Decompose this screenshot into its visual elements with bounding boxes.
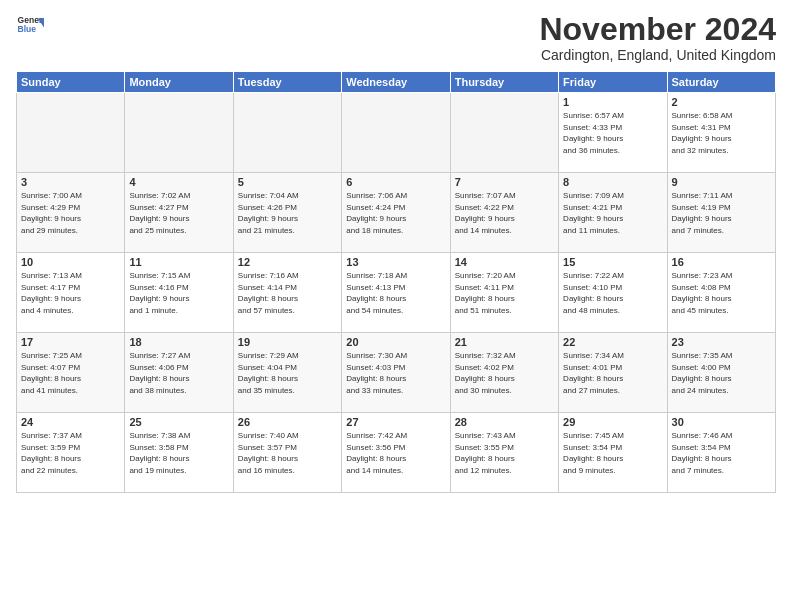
day-number: 8 [563, 176, 662, 188]
day-cell [342, 93, 450, 173]
day-number: 16 [672, 256, 771, 268]
day-info: Sunrise: 7:16 AM Sunset: 4:14 PM Dayligh… [238, 270, 337, 316]
svg-text:Blue: Blue [18, 24, 37, 34]
day-cell: 7Sunrise: 7:07 AM Sunset: 4:22 PM Daylig… [450, 173, 558, 253]
day-number: 26 [238, 416, 337, 428]
day-info: Sunrise: 6:57 AM Sunset: 4:33 PM Dayligh… [563, 110, 662, 156]
day-info: Sunrise: 7:42 AM Sunset: 3:56 PM Dayligh… [346, 430, 445, 476]
day-number: 17 [21, 336, 120, 348]
day-info: Sunrise: 7:22 AM Sunset: 4:10 PM Dayligh… [563, 270, 662, 316]
day-number: 2 [672, 96, 771, 108]
col-header-friday: Friday [559, 72, 667, 93]
header-row: SundayMondayTuesdayWednesdayThursdayFrid… [17, 72, 776, 93]
day-info: Sunrise: 6:58 AM Sunset: 4:31 PM Dayligh… [672, 110, 771, 156]
day-number: 22 [563, 336, 662, 348]
col-header-saturday: Saturday [667, 72, 775, 93]
day-info: Sunrise: 7:11 AM Sunset: 4:19 PM Dayligh… [672, 190, 771, 236]
day-number: 13 [346, 256, 445, 268]
day-info: Sunrise: 7:18 AM Sunset: 4:13 PM Dayligh… [346, 270, 445, 316]
day-number: 27 [346, 416, 445, 428]
day-number: 29 [563, 416, 662, 428]
day-info: Sunrise: 7:20 AM Sunset: 4:11 PM Dayligh… [455, 270, 554, 316]
day-number: 14 [455, 256, 554, 268]
day-info: Sunrise: 7:38 AM Sunset: 3:58 PM Dayligh… [129, 430, 228, 476]
day-info: Sunrise: 7:07 AM Sunset: 4:22 PM Dayligh… [455, 190, 554, 236]
day-info: Sunrise: 7:34 AM Sunset: 4:01 PM Dayligh… [563, 350, 662, 396]
col-header-thursday: Thursday [450, 72, 558, 93]
day-number: 24 [21, 416, 120, 428]
day-cell: 12Sunrise: 7:16 AM Sunset: 4:14 PM Dayli… [233, 253, 341, 333]
day-info: Sunrise: 7:13 AM Sunset: 4:17 PM Dayligh… [21, 270, 120, 316]
day-cell: 20Sunrise: 7:30 AM Sunset: 4:03 PM Dayli… [342, 333, 450, 413]
day-info: Sunrise: 7:06 AM Sunset: 4:24 PM Dayligh… [346, 190, 445, 236]
day-info: Sunrise: 7:04 AM Sunset: 4:26 PM Dayligh… [238, 190, 337, 236]
day-cell: 24Sunrise: 7:37 AM Sunset: 3:59 PM Dayli… [17, 413, 125, 493]
subtitle: Cardington, England, United Kingdom [539, 47, 776, 63]
week-row-1: 1Sunrise: 6:57 AM Sunset: 4:33 PM Daylig… [17, 93, 776, 173]
day-number: 28 [455, 416, 554, 428]
day-cell: 16Sunrise: 7:23 AM Sunset: 4:08 PM Dayli… [667, 253, 775, 333]
day-cell: 18Sunrise: 7:27 AM Sunset: 4:06 PM Dayli… [125, 333, 233, 413]
day-cell: 6Sunrise: 7:06 AM Sunset: 4:24 PM Daylig… [342, 173, 450, 253]
day-info: Sunrise: 7:25 AM Sunset: 4:07 PM Dayligh… [21, 350, 120, 396]
day-number: 12 [238, 256, 337, 268]
day-info: Sunrise: 7:29 AM Sunset: 4:04 PM Dayligh… [238, 350, 337, 396]
day-number: 11 [129, 256, 228, 268]
header: General Blue November 2024 Cardington, E… [16, 12, 776, 63]
day-info: Sunrise: 7:15 AM Sunset: 4:16 PM Dayligh… [129, 270, 228, 316]
logo: General Blue [16, 12, 48, 40]
day-cell [450, 93, 558, 173]
day-number: 20 [346, 336, 445, 348]
day-cell: 4Sunrise: 7:02 AM Sunset: 4:27 PM Daylig… [125, 173, 233, 253]
calendar-table: SundayMondayTuesdayWednesdayThursdayFrid… [16, 71, 776, 493]
day-info: Sunrise: 7:43 AM Sunset: 3:55 PM Dayligh… [455, 430, 554, 476]
day-number: 5 [238, 176, 337, 188]
day-cell: 1Sunrise: 6:57 AM Sunset: 4:33 PM Daylig… [559, 93, 667, 173]
day-cell [17, 93, 125, 173]
day-number: 9 [672, 176, 771, 188]
day-info: Sunrise: 7:30 AM Sunset: 4:03 PM Dayligh… [346, 350, 445, 396]
col-header-tuesday: Tuesday [233, 72, 341, 93]
day-info: Sunrise: 7:02 AM Sunset: 4:27 PM Dayligh… [129, 190, 228, 236]
day-cell: 27Sunrise: 7:42 AM Sunset: 3:56 PM Dayli… [342, 413, 450, 493]
day-number: 3 [21, 176, 120, 188]
page: General Blue November 2024 Cardington, E… [0, 0, 792, 612]
day-number: 23 [672, 336, 771, 348]
day-cell: 17Sunrise: 7:25 AM Sunset: 4:07 PM Dayli… [17, 333, 125, 413]
col-header-wednesday: Wednesday [342, 72, 450, 93]
day-cell: 11Sunrise: 7:15 AM Sunset: 4:16 PM Dayli… [125, 253, 233, 333]
day-cell: 25Sunrise: 7:38 AM Sunset: 3:58 PM Dayli… [125, 413, 233, 493]
day-info: Sunrise: 7:45 AM Sunset: 3:54 PM Dayligh… [563, 430, 662, 476]
day-cell: 30Sunrise: 7:46 AM Sunset: 3:54 PM Dayli… [667, 413, 775, 493]
day-info: Sunrise: 7:32 AM Sunset: 4:02 PM Dayligh… [455, 350, 554, 396]
day-number: 21 [455, 336, 554, 348]
day-number: 25 [129, 416, 228, 428]
day-info: Sunrise: 7:46 AM Sunset: 3:54 PM Dayligh… [672, 430, 771, 476]
day-number: 10 [21, 256, 120, 268]
week-row-5: 24Sunrise: 7:37 AM Sunset: 3:59 PM Dayli… [17, 413, 776, 493]
day-number: 6 [346, 176, 445, 188]
day-cell: 2Sunrise: 6:58 AM Sunset: 4:31 PM Daylig… [667, 93, 775, 173]
day-cell: 29Sunrise: 7:45 AM Sunset: 3:54 PM Dayli… [559, 413, 667, 493]
day-cell: 21Sunrise: 7:32 AM Sunset: 4:02 PM Dayli… [450, 333, 558, 413]
month-title: November 2024 [539, 12, 776, 47]
week-row-3: 10Sunrise: 7:13 AM Sunset: 4:17 PM Dayli… [17, 253, 776, 333]
day-cell: 14Sunrise: 7:20 AM Sunset: 4:11 PM Dayli… [450, 253, 558, 333]
day-cell: 9Sunrise: 7:11 AM Sunset: 4:19 PM Daylig… [667, 173, 775, 253]
day-info: Sunrise: 7:23 AM Sunset: 4:08 PM Dayligh… [672, 270, 771, 316]
week-row-4: 17Sunrise: 7:25 AM Sunset: 4:07 PM Dayli… [17, 333, 776, 413]
day-number: 18 [129, 336, 228, 348]
col-header-monday: Monday [125, 72, 233, 93]
day-cell: 15Sunrise: 7:22 AM Sunset: 4:10 PM Dayli… [559, 253, 667, 333]
logo-icon: General Blue [16, 12, 44, 40]
day-cell: 23Sunrise: 7:35 AM Sunset: 4:00 PM Dayli… [667, 333, 775, 413]
day-info: Sunrise: 7:27 AM Sunset: 4:06 PM Dayligh… [129, 350, 228, 396]
day-cell [233, 93, 341, 173]
day-number: 7 [455, 176, 554, 188]
day-cell: 19Sunrise: 7:29 AM Sunset: 4:04 PM Dayli… [233, 333, 341, 413]
day-cell: 28Sunrise: 7:43 AM Sunset: 3:55 PM Dayli… [450, 413, 558, 493]
day-cell: 5Sunrise: 7:04 AM Sunset: 4:26 PM Daylig… [233, 173, 341, 253]
day-number: 1 [563, 96, 662, 108]
day-number: 19 [238, 336, 337, 348]
title-block: November 2024 Cardington, England, Unite… [539, 12, 776, 63]
